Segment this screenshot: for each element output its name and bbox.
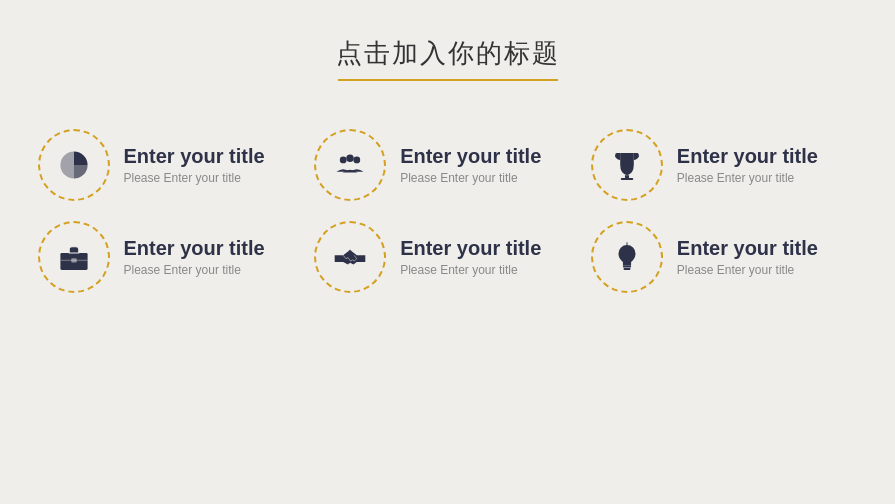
svg-point-2 — [354, 157, 361, 164]
item-title-6: Enter your title — [677, 237, 818, 260]
text-block-5: Enter your title Please Enter your title — [400, 237, 541, 277]
svg-rect-10 — [623, 268, 630, 270]
item-subtitle-6: Please Enter your title — [677, 263, 818, 277]
team-icon — [333, 148, 367, 182]
list-item: Enter your title Please Enter your title — [314, 129, 581, 201]
lightbulb-icon — [610, 240, 644, 274]
icon-circle-4 — [38, 221, 110, 293]
svg-rect-4 — [621, 178, 633, 180]
svg-point-1 — [346, 154, 353, 161]
briefcase-icon — [57, 240, 91, 274]
text-block-3: Enter your title Please Enter your title — [677, 145, 818, 185]
text-block-4: Enter your title Please Enter your title — [124, 237, 265, 277]
text-block-6: Enter your title Please Enter your title — [677, 237, 818, 277]
icon-circle-1 — [38, 129, 110, 201]
item-subtitle-4: Please Enter your title — [124, 263, 265, 277]
item-title-2: Enter your title — [400, 145, 541, 168]
icon-circle-5 — [314, 221, 386, 293]
item-subtitle-1: Please Enter your title — [124, 171, 265, 185]
item-subtitle-5: Please Enter your title — [400, 263, 541, 277]
handshake-icon — [333, 240, 367, 274]
svg-rect-9 — [623, 266, 631, 268]
icon-circle-6 — [591, 221, 663, 293]
list-item: Enter your title Please Enter your title — [591, 221, 858, 293]
svg-point-0 — [340, 157, 347, 164]
icon-circle-3 — [591, 129, 663, 201]
svg-rect-7 — [71, 258, 76, 262]
list-item: Enter your title Please Enter your title — [38, 129, 305, 201]
page-header: 点击加入你的标题 — [336, 36, 560, 81]
items-grid: Enter your title Please Enter your title… — [18, 129, 878, 293]
text-block-2: Enter your title Please Enter your title — [400, 145, 541, 185]
icon-circle-2 — [314, 129, 386, 201]
main-title: 点击加入你的标题 — [336, 36, 560, 71]
item-title-5: Enter your title — [400, 237, 541, 260]
item-title-1: Enter your title — [124, 145, 265, 168]
pie-chart-icon — [57, 148, 91, 182]
item-subtitle-2: Please Enter your title — [400, 171, 541, 185]
list-item: Enter your title Please Enter your title — [591, 129, 858, 201]
title-underline — [338, 79, 558, 81]
item-title-4: Enter your title — [124, 237, 265, 260]
list-item: Enter your title Please Enter your title — [314, 221, 581, 293]
item-title-3: Enter your title — [677, 145, 818, 168]
list-item: Enter your title Please Enter your title — [38, 221, 305, 293]
trophy-icon — [610, 148, 644, 182]
item-subtitle-3: Please Enter your title — [677, 171, 818, 185]
text-block-1: Enter your title Please Enter your title — [124, 145, 265, 185]
